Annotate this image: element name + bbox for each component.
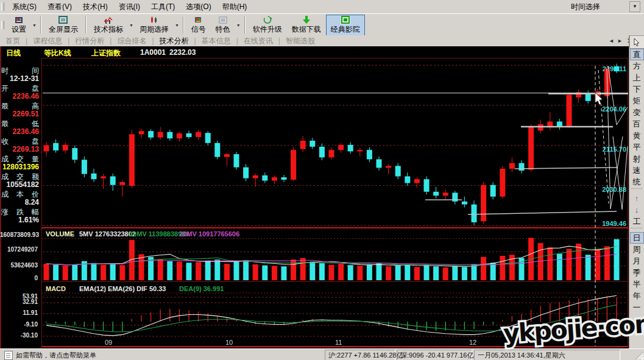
tab-在线资讯[interactable]: 在线资讯	[238, 36, 278, 46]
volume-bar	[357, 266, 363, 280]
volume-bar	[595, 249, 600, 280]
time-select-dropdown[interactable]: 时间选择 ▼	[571, 1, 640, 12]
menu-item[interactable]: 查看(V)	[42, 1, 77, 13]
quote-value: 2236.46	[1, 127, 39, 136]
tab-prev-button[interactable]: ◄	[608, 38, 615, 44]
quote-panel: 时间12-12-31开盘2236.46最高2269.51最低2236.46收盘2…	[1, 66, 39, 225]
menu-item[interactable]: 选项(O)	[180, 1, 216, 13]
resize-grip[interactable]	[635, 351, 643, 359]
toolbar-button-feature[interactable]: 特色	[211, 15, 235, 36]
draw-tool-百[interactable]: 百	[630, 118, 644, 130]
tab-技术分析[interactable]: 技术分析	[154, 36, 194, 46]
menu-bar: 系统(S)查看(V)技术(H)资讯(I)工具(T)选项(O)帮助(H) 时间选择…	[0, 0, 644, 14]
draw-tool-直[interactable]: 直	[630, 49, 644, 60]
tab-基本信息[interactable]: 基本信息	[196, 36, 236, 46]
sh-index-quote: 沪:2277 +7.86 1146.28亿	[325, 350, 395, 360]
cinema-icon	[341, 15, 350, 24]
toolbar-button-cinema[interactable]: 经典影院	[326, 15, 365, 36]
cursor-tool-button[interactable]	[629, 35, 644, 49]
toolbar-button-period[interactable]: 周期选择	[135, 15, 174, 36]
tab-行情分析[interactable]: 行情分析	[69, 36, 110, 46]
draw-tool-统[interactable]: 统	[630, 176, 644, 188]
volume-bar	[386, 266, 391, 280]
period-label[interactable]: 日线	[6, 48, 21, 58]
up-arrow-tool[interactable]: ↑	[630, 192, 644, 204]
tab-智能选股[interactable]: 智能选股	[280, 36, 320, 46]
tab-课程信息[interactable]: 课程信息	[27, 36, 68, 46]
draw-tool-速[interactable]: 速	[630, 164, 644, 176]
period-周[interactable]: 周	[630, 244, 644, 255]
toolbar-separator	[631, 188, 642, 192]
draw-tool-变[interactable]: 变	[630, 107, 644, 118]
toolbar-grip[interactable]	[1, 21, 4, 29]
period-年[interactable]: 年	[630, 290, 644, 302]
candle-body	[234, 154, 239, 168]
candle-body	[272, 177, 277, 181]
period-月[interactable]: 月	[630, 255, 644, 267]
menu-item[interactable]: 帮助(H)	[217, 1, 253, 13]
toolbar-separator	[183, 16, 184, 34]
toolbar-button-label: 数据下载	[292, 24, 321, 35]
chevron-down-icon[interactable]: ▼	[235, 23, 242, 27]
volume-bar	[53, 265, 58, 280]
candle-body	[110, 176, 116, 185]
volume-bar	[224, 264, 230, 280]
chevron-down-icon[interactable]: ▼	[174, 23, 180, 27]
quote-value: 2269.13	[1, 145, 39, 154]
cursor-arrow-icon	[634, 38, 640, 46]
toolbar-separator	[244, 16, 246, 34]
menu-item[interactable]: 工具(T)	[146, 1, 180, 13]
period-季[interactable]: 季	[630, 267, 644, 278]
volume-bar	[119, 265, 125, 280]
period-半[interactable]: 半	[630, 278, 644, 290]
menubar-grip[interactable]	[1, 2, 4, 11]
toolbar-button-indicator[interactable]: 技术指标	[89, 15, 128, 36]
price-volume-macd-chart[interactable]: 2296.112204.062115.702030.881949.4609101…	[41, 58, 629, 348]
toolbar-button-settings[interactable]: 设置	[7, 15, 31, 36]
volume-bar	[500, 256, 505, 280]
draw-tool-射[interactable]: 射	[630, 153, 644, 164]
draw-tool-矩[interactable]: 矩	[630, 95, 644, 107]
style-tool[interactable]: 工	[630, 216, 644, 227]
candle-body	[472, 205, 477, 222]
menu-item[interactable]: 技术(H)	[77, 1, 113, 13]
toolbar-button-download[interactable]: 数据下载	[287, 15, 326, 36]
chevron-down-icon[interactable]: ▼	[128, 23, 135, 27]
chevron-down-icon[interactable]: ▼	[31, 23, 38, 27]
tab-next-button[interactable]: ►	[617, 38, 623, 44]
scale-type-label[interactable]: 等比K线	[44, 48, 71, 58]
stock-code: 1A0001	[140, 48, 166, 57]
toolbar-button-signal[interactable]: 信号	[186, 15, 211, 36]
candle-body	[567, 95, 572, 126]
candle-body	[243, 168, 249, 178]
toolbar-button-upgrade[interactable]: 软件升级	[248, 15, 287, 36]
menu-item[interactable]: 系统(S)	[7, 1, 42, 13]
draw-tool-方[interactable]: 方	[630, 60, 644, 72]
down-arrow-tool[interactable]: ↓	[630, 204, 644, 216]
period-日[interactable]: 日	[630, 232, 644, 244]
volume-bar	[433, 266, 439, 280]
volume-axis-label: 160873809.93	[0, 231, 38, 238]
volume-bar	[367, 264, 372, 280]
draw-tool-平[interactable]: 平	[630, 141, 644, 153]
chevron-down-icon[interactable]: ▼	[629, 1, 640, 12]
tab-综合排名[interactable]: 综合排名	[111, 36, 152, 46]
volume-bar	[281, 266, 287, 280]
tab-首页[interactable]: 首页	[0, 36, 26, 46]
draw-tool-黄[interactable]: 黄	[630, 130, 644, 141]
candle-body	[319, 147, 325, 158]
draw-tool-上[interactable]: 上	[630, 72, 644, 83]
volume-bar	[395, 266, 401, 280]
quote-field: 成本价8.24	[1, 189, 39, 207]
draw-tool-下[interactable]: 下	[630, 83, 644, 95]
volume-bar	[490, 263, 496, 280]
volume-bar	[424, 265, 430, 280]
candle-body	[490, 185, 496, 197]
candle-body	[300, 141, 306, 149]
sz-index-quote: 深:9096 -20.41 977.16亿	[397, 350, 472, 360]
menu-item[interactable]: 资讯(I)	[113, 1, 146, 13]
toolbar-button-label: 经典影院	[331, 24, 360, 35]
volume-bar	[338, 264, 344, 280]
candle-body	[214, 143, 220, 157]
toolbar-button-fullscreen[interactable]: 全屏显示	[44, 15, 83, 36]
